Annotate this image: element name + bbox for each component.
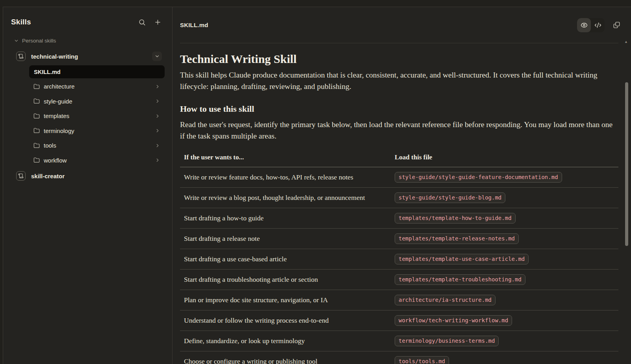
task-cell: Understand or follow the writing process… <box>180 310 391 331</box>
table-row: Understand or follow the writing process… <box>180 310 618 331</box>
folder-icon <box>33 113 40 119</box>
file-cell: templates/template-release-notes.md <box>391 229 618 249</box>
app-window: Skills Personal skills <box>3 7 631 364</box>
task-cell: Write or review feature docs, how-tos, A… <box>180 167 391 188</box>
folder-label: architecture <box>44 83 74 90</box>
table-row: Plan or improve doc site structure, navi… <box>180 290 618 310</box>
file-path-chip: tools/tools.md <box>395 356 449 364</box>
task-cell: Choose or configure a writing or publish… <box>180 351 391 364</box>
scroll-icon <box>16 52 26 61</box>
sidebar-title: Skills <box>11 18 31 26</box>
task-cell: Write or review a blog post, thought lea… <box>180 188 391 208</box>
skill-name-label: skill-creator <box>31 173 65 179</box>
folder-label: workflow <box>44 157 67 164</box>
folder-item-workflow[interactable]: workflow <box>11 153 167 168</box>
task-cell: Define, standardize, or look up terminol… <box>180 331 391 351</box>
folder-item-terminology[interactable]: terminology <box>11 124 167 139</box>
chevron-right-icon <box>155 84 160 89</box>
folder-item-architecture[interactable]: architecture <box>11 79 167 94</box>
skill-item-technical-writing[interactable]: technical-writing <box>11 48 167 65</box>
chevron-right-icon <box>155 113 160 119</box>
file-cell: tools/tools.md <box>391 351 618 364</box>
document-content: Technical Writing Skill This skill helps… <box>173 52 631 364</box>
personal-skills-label: Personal skills <box>22 38 56 44</box>
file-cell: templates/template-how-to-guide.md <box>391 208 618 229</box>
file-path-chip: templates/template-release-notes.md <box>395 233 519 244</box>
document-header: SKILL.md <box>173 7 631 43</box>
folder-label: terminology <box>44 127 74 134</box>
source-toggle-button[interactable] <box>591 18 605 32</box>
skills-tree: technical-writing SKILL.md architecture … <box>11 48 167 184</box>
table-row: Start drafting a how-to guide templates/… <box>180 208 618 229</box>
table-row: Define, standardize, or look up terminol… <box>180 331 618 351</box>
copy-icon <box>613 21 620 29</box>
add-skill-button[interactable] <box>152 17 163 27</box>
collapse-skill-button[interactable] <box>152 52 162 61</box>
task-cell: Start drafting a release note <box>180 229 391 249</box>
document-header-actions <box>577 18 622 32</box>
table-row: Write or review a blog post, thought lea… <box>180 188 618 208</box>
scroll-icon <box>16 171 26 181</box>
folder-item-tools[interactable]: tools <box>11 138 167 153</box>
file-path-chip: style-guide/style-guide-blog.md <box>395 192 505 203</box>
folder-icon <box>33 127 40 134</box>
chevron-down-icon <box>154 54 160 59</box>
task-cell: Start drafting a how-to guide <box>180 208 391 229</box>
scrollbar-thumb[interactable] <box>625 82 628 246</box>
folder-label: templates <box>44 113 69 119</box>
folder-label: style-guide <box>44 98 72 105</box>
doc-intro-paragraph: This skill helps Claude produce document… <box>180 69 618 92</box>
chevron-right-icon <box>155 98 160 104</box>
table-row: Start drafting a use case-based article … <box>180 249 618 270</box>
document-panel: SKILL.md <box>173 7 631 364</box>
eye-icon <box>581 22 588 29</box>
chevron-right-icon <box>155 157 160 163</box>
file-path-chip: style-guide/style-guide-feature-document… <box>395 172 562 183</box>
personal-skills-section-toggle[interactable]: Personal skills <box>11 38 167 44</box>
file-path-chip: templates/template-how-to-guide.md <box>395 213 516 224</box>
table-header-task: If the user wants to... <box>180 150 391 167</box>
file-cell: workflow/tech-writing-workflow.md <box>391 310 618 331</box>
folder-item-style-guide[interactable]: style-guide <box>11 94 167 109</box>
file-path-chip: architecture/ia-structure.md <box>395 295 496 305</box>
search-icon <box>138 18 146 26</box>
table-row: Write or review feature docs, how-tos, A… <box>180 167 618 188</box>
copy-button[interactable] <box>611 19 622 31</box>
code-icon <box>594 22 601 29</box>
file-cell: architecture/ia-structure.md <box>391 290 618 310</box>
search-button[interactable] <box>137 17 147 27</box>
chevron-down-icon <box>14 38 19 43</box>
table-header-file: Load this file <box>391 150 618 167</box>
table-row: Choose or configure a writing or publish… <box>180 351 618 364</box>
sidebar-actions <box>137 17 167 27</box>
selected-file-label: SKILL.md <box>34 69 61 75</box>
folder-icon <box>33 83 40 90</box>
file-cell: templates/template-use-case-article.md <box>391 249 618 270</box>
file-item-skill-md-selected[interactable]: SKILL.md <box>29 65 165 78</box>
folder-icon <box>33 157 40 163</box>
file-path-chip: terminology/business-terms.md <box>395 336 499 346</box>
doc-section-paragraph: Read the user's request, identify the pr… <box>180 119 618 142</box>
task-cell: Start drafting a use case-based article <box>180 249 391 270</box>
reference-table: If the user wants to... Load this file W… <box>180 150 618 364</box>
doc-title: Technical Writing Skill <box>180 52 618 66</box>
table-row: Start drafting a release note templates/… <box>180 229 618 249</box>
doc-section-heading: How to use this skill <box>180 103 618 115</box>
folder-icon <box>33 98 40 104</box>
skills-sidebar: Skills Personal skills <box>3 7 173 364</box>
plus-icon <box>154 18 161 26</box>
skill-item-skill-creator[interactable]: skill-creator <box>11 168 167 184</box>
file-path-chip: workflow/tech-writing-workflow.md <box>395 315 512 326</box>
skill-name-label: technical-writing <box>31 53 78 60</box>
view-mode-toggle <box>577 18 605 32</box>
folder-item-templates[interactable]: templates <box>11 109 167 124</box>
document-filename: SKILL.md <box>180 22 208 28</box>
preview-toggle-button[interactable] <box>577 18 591 32</box>
header-divider <box>180 43 618 43</box>
file-cell: templates/template-troubleshooting.md <box>391 270 618 290</box>
scrollbar-up-arrow[interactable]: ▲ <box>624 40 628 44</box>
file-cell: terminology/business-terms.md <box>391 331 618 351</box>
file-path-chip: templates/template-troubleshooting.md <box>395 274 525 285</box>
folder-icon <box>33 142 40 149</box>
table-header-row: If the user wants to... Load this file <box>180 150 618 167</box>
